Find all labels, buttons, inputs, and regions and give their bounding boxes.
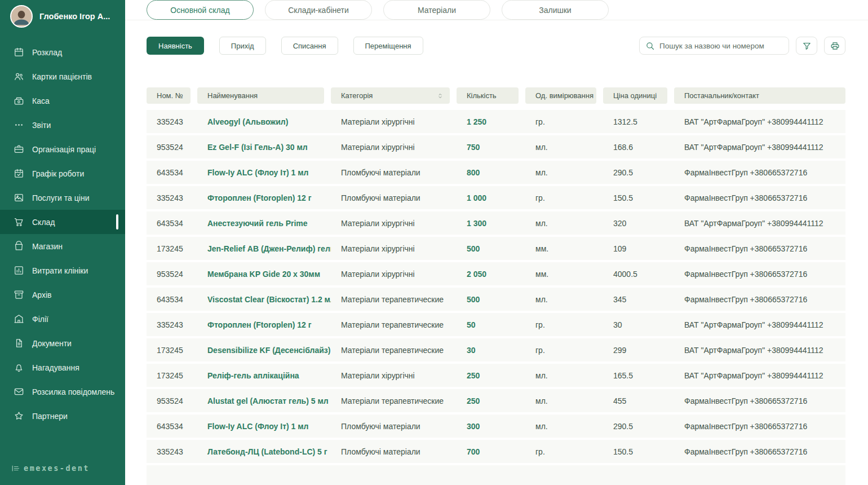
tab-stock-balance[interactable]: Залишки (502, 0, 609, 20)
table-row[interactable]: 173245Jen-Relief АВ (Джен-Релиф) гельМат… (147, 237, 845, 260)
search-box[interactable] (639, 37, 789, 55)
cell-name: Alveogyl (Альвожил) (197, 117, 331, 126)
cell-unit: мм. (525, 244, 603, 253)
cell-price: 299 (603, 346, 674, 355)
column-label: Ціна одиниці (613, 91, 657, 100)
cell-num: 335243 (147, 447, 197, 456)
sidebar-item-documents[interactable]: Документи (0, 331, 125, 355)
sidebar-item-schedule[interactable]: Розклад (0, 40, 125, 64)
column-header-supplier: Постачальник/контакт (674, 87, 845, 104)
cell-qty: 750 (457, 143, 525, 152)
main-content: Основной склад Склади-кабінети Матеріали… (125, 0, 868, 485)
table-row[interactable]: 643534Анестезуючий гель PrimeМатеріали х… (147, 211, 845, 235)
sidebar-item-reminders[interactable]: Нагадування (0, 355, 125, 380)
user-profile[interactable]: Глобенко Ігор А... (0, 0, 125, 31)
table-row[interactable]: 953524Ez Gel-F (Ізі Гель-А) 30 млМатеріа… (147, 135, 845, 158)
column-header-name: Найменування (197, 87, 324, 104)
calendar-icon (14, 47, 24, 58)
cell-num: 953524 (147, 270, 197, 279)
cell-qty: 500 (457, 244, 525, 253)
sidebar-item-expenses[interactable]: Витрати клініки (0, 258, 125, 283)
table-row[interactable]: 335243Alveogyl (Альвожил)Матеріали хірур… (147, 110, 845, 133)
table-row[interactable]: 173245Реліф-гель аплікаційнаМатеріали хі… (147, 364, 845, 387)
cell-category: Пломбуючі матеріали (331, 422, 457, 431)
cell-qty: 2 050 (457, 270, 525, 279)
cell-price: 4000.5 (603, 270, 674, 279)
sidebar-item-label: Графік роботи (32, 169, 84, 178)
cell-category: Пломбуючі матеріали (331, 193, 457, 202)
sidebar-item-branches[interactable]: Філії (0, 307, 125, 331)
mail-icon (14, 386, 24, 397)
cell-price: 109 (603, 244, 674, 253)
tab-main-warehouse[interactable]: Основной склад (147, 0, 254, 20)
search-icon (645, 41, 655, 51)
cell-num: 173245 (147, 244, 197, 253)
filter-buttons: Наявність Прихід Списання Переміщення (147, 37, 423, 55)
table-row[interactable]: 335243Фтороплен (Ftoroplen) 12 гПломбуюч… (147, 186, 845, 209)
sidebar-item-label: Послуги та ціни (32, 193, 89, 202)
table-row[interactable]: 335243Латебонд-ЛЦ (Latebond-LC) 5 гПломб… (147, 440, 845, 463)
work-schedule-icon (14, 168, 24, 179)
cell-name: Фтороплен (Ftoroplen) 12 г (197, 193, 331, 202)
cell-name: Мембрана KP Gide 20 x 30мм (197, 270, 331, 279)
archive-icon (14, 289, 24, 300)
filter-arrival[interactable]: Прихід (219, 37, 266, 55)
column-header-category[interactable]: Категорія (331, 87, 450, 104)
sidebar-item-services[interactable]: Послуги та ціни (0, 186, 125, 210)
table-row[interactable]: 173245Desensibilize KF (Десенсіблайз)Мат… (147, 338, 845, 361)
sidebar-item-label: Організація праці (32, 145, 96, 154)
sidebar-item-shop[interactable]: Магазин (0, 234, 125, 258)
logo-text: emexes-dent (24, 464, 90, 473)
cell-name: Реліф-гель аплікаційна (197, 371, 331, 380)
cell-num: 643534 (147, 422, 197, 431)
column-label: Кількість (467, 91, 497, 100)
filter-write-off[interactable]: Списання (281, 37, 338, 55)
tab-warehouse-cabinets[interactable]: Склади-кабінети (265, 0, 372, 20)
cell-name: Alustat gel (Алюстат гель) 5 мл (197, 396, 331, 405)
user-name: Глобенко Ігор А... (39, 12, 110, 21)
cell-qty: 300 (457, 422, 525, 431)
cell-name: Ez Gel-F (Ізі Гель-А) 30 мл (197, 143, 331, 152)
sidebar-item-mailing[interactable]: Розсилка повідомлень (0, 380, 125, 404)
filter-button[interactable] (796, 37, 817, 55)
cell-price: 1312.5 (603, 117, 674, 126)
table-row[interactable]: 643534Flow-Iy ALC (Флоу Іт) 1 млПломбуюч… (147, 161, 845, 184)
filter-transfer[interactable]: Переміщення (353, 37, 423, 55)
table-row[interactable]: 643534Flow-Iy ALC (Флоу Іт) 1 млПломбуюч… (147, 415, 845, 438)
sidebar-item-label: Нагадування (32, 363, 79, 372)
cell-qty: 1 250 (457, 117, 525, 126)
filter-availability[interactable]: Наявність (147, 37, 204, 55)
cart-icon (14, 217, 24, 227)
sidebar-item-archive[interactable]: Архів (0, 283, 125, 307)
column-label: Постачальник/контакт (684, 91, 759, 100)
sidebar-item-work-org[interactable]: Організація праці (0, 137, 125, 161)
cell-category: Матеріали хірургічні (331, 219, 457, 228)
sidebar-item-warehouse[interactable]: Склад (0, 210, 125, 234)
column-header-price: Ціна одиниці (603, 87, 667, 104)
cell-qty: 500 (457, 295, 525, 304)
cell-supplier: ВАТ "АртФармаГроуп" +380994441112 (674, 143, 845, 152)
table-row[interactable]: 953524Alustat gel (Алюстат гель) 5 млМат… (147, 389, 845, 412)
cell-qty: 250 (457, 396, 525, 405)
cell-name: Desensibilize KF (Десенсіблайз) (197, 346, 331, 355)
app-logo: emexes-dent (0, 464, 125, 485)
sidebar-item-cash-desk[interactable]: Каса (0, 89, 125, 113)
sidebar-item-patient-cards[interactable]: Картки пацієнтів (0, 64, 125, 89)
table-row[interactable]: 335243Фтороплен (Ftoroplen) 12 гМатеріал… (147, 313, 845, 336)
sidebar-item-work-schedule[interactable]: Графік роботи (0, 161, 125, 186)
services-icon (14, 192, 24, 203)
cell-name: Фтороплен (Ftoroplen) 12 г (197, 320, 331, 329)
print-button[interactable] (824, 37, 845, 55)
table-row[interactable]: 643534Viscostat Clear (Віскостат) 1.2 мл… (147, 288, 845, 311)
toolbar-right (639, 37, 845, 55)
search-input[interactable] (659, 42, 783, 50)
table-row[interactable]: 953524Мембрана KP Gide 20 x 30ммМатеріал… (147, 262, 845, 285)
sidebar-item-partners[interactable]: Партнери (0, 404, 125, 428)
sidebar-item-reports[interactable]: Звіти (0, 113, 125, 137)
sidebar-item-label: Розсилка повідомлень (32, 387, 114, 396)
tab-materials[interactable]: Матеріали (383, 0, 490, 20)
cell-name: Flow-Iy ALC (Флоу Іт) 1 мл (197, 168, 331, 177)
column-label: Категорія (341, 91, 373, 100)
cell-supplier: ВАТ "АртФармаГроуп" +380994441112 (674, 346, 845, 355)
bell-icon (14, 362, 24, 373)
